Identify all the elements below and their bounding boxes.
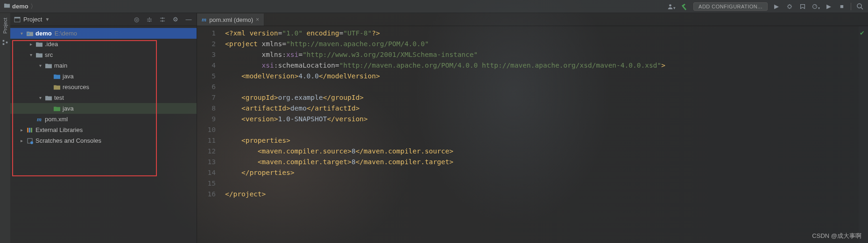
tree-label: src	[45, 51, 53, 58]
chevron-right-icon: ▸	[19, 127, 24, 132]
tree-label: main	[54, 62, 67, 69]
run-icon[interactable]: ▶	[772, 2, 781, 11]
project-view-selector[interactable]: Project ▼	[14, 16, 49, 23]
line-number: 13	[197, 157, 216, 167]
tree-label: resources	[63, 83, 89, 90]
structure-tool-icon[interactable]	[2, 39, 8, 47]
tab-label: pom.xml (demo)	[209, 16, 253, 23]
search-icon[interactable]	[856, 2, 864, 11]
tree-label: java	[63, 73, 74, 80]
editor-area: m pom.xml (demo) × 1 2 3 4 5 6 7 8 9 10 …	[197, 13, 868, 243]
tree-node-test[interactable]: ▾ test	[10, 92, 197, 103]
scratches-icon	[26, 138, 34, 144]
top-navigation-bar: demo 〉 ▾ ADD CONFIGURATION... ▶ ▾ ▶ ■	[0, 0, 868, 13]
breadcrumb[interactable]: demo 〉	[4, 2, 36, 11]
svg-rect-6	[6, 42, 8, 44]
line-number: 5	[197, 71, 216, 82]
svg-rect-4	[3, 40, 5, 42]
user-icon[interactable]: ▾	[667, 2, 676, 11]
close-icon[interactable]: ×	[256, 16, 259, 23]
maven-file-icon: m	[202, 16, 206, 23]
line-number: 12	[197, 146, 216, 157]
locate-icon[interactable]: ◎	[132, 15, 141, 24]
line-number: 8	[197, 103, 216, 114]
line-number: 16	[197, 189, 216, 200]
line-number: 9	[197, 114, 216, 125]
tree-node-java-test[interactable]: java	[10, 103, 197, 114]
resources-folder-icon	[53, 84, 61, 90]
svg-point-3	[857, 4, 861, 8]
line-number: 15	[197, 178, 216, 189]
expand-all-icon[interactable]	[145, 15, 154, 24]
tree-node-pom[interactable]: m pom.xml	[10, 114, 197, 125]
code-content[interactable]: <?xml version="1.0" encoding="UTF-8"?><p…	[220, 26, 859, 243]
tree-label: pom.xml	[45, 116, 68, 123]
hammer-build-icon[interactable]	[680, 2, 689, 11]
tree-root-demo[interactable]: ▾ demo E:\demo	[10, 28, 197, 39]
chevron-right-icon: 〉	[30, 2, 36, 11]
collapse-all-icon[interactable]	[158, 15, 167, 24]
tree-node-resources[interactable]: resources	[10, 82, 197, 92]
line-number-gutter: 1 2 3 4 5 6 7 8 9 10 11 12 13 14 15 16	[197, 26, 220, 243]
editor-inspection-gutter[interactable]: ✔	[859, 26, 868, 243]
tree-node-scratches[interactable]: ▸ Scratches and Consoles	[10, 135, 197, 146]
tree-label: Scratches and Consoles	[35, 137, 101, 144]
line-number: 14	[197, 167, 216, 178]
folder-icon	[45, 63, 52, 69]
svg-rect-5	[3, 43, 5, 45]
tree-label: test	[54, 94, 64, 101]
watermark-text: CSDN @成大事啊	[812, 232, 861, 240]
tree-node-external-libraries[interactable]: ▸ External Libraries	[10, 125, 197, 135]
tree-label: java	[63, 105, 74, 112]
tree-node-java-main[interactable]: java	[10, 71, 197, 82]
gear-icon[interactable]: ⚙	[171, 15, 180, 24]
chevron-down-icon: ▾	[37, 95, 43, 100]
separator	[851, 3, 851, 10]
project-tool-button[interactable]: Project	[2, 16, 8, 35]
rerun-icon[interactable]: ▶	[825, 2, 833, 11]
breadcrumb-project: demo	[12, 3, 28, 10]
hide-icon[interactable]: —	[184, 15, 193, 24]
svg-point-14	[30, 141, 33, 144]
line-number: 2	[197, 39, 216, 49]
line-number: 7	[197, 92, 216, 103]
project-panel-title: Project	[23, 16, 42, 23]
svg-point-0	[669, 4, 671, 7]
line-number: 4	[197, 60, 216, 71]
tree-node-main[interactable]: ▾ main	[10, 60, 197, 71]
svg-rect-8	[14, 17, 20, 18]
code-editor[interactable]: 1 2 3 4 5 6 7 8 9 10 11 12 13 14 15 16 <…	[197, 26, 868, 243]
line-number: 10	[197, 125, 216, 135]
maven-file-icon: m	[35, 116, 43, 123]
line-number: 6	[197, 82, 216, 92]
toolbar-right: ▾ ADD CONFIGURATION... ▶ ▾ ▶ ■	[667, 2, 864, 11]
check-ok-icon: ✔	[860, 29, 864, 36]
svg-rect-11	[29, 128, 30, 132]
run-configuration-selector[interactable]: ADD CONFIGURATION...	[693, 2, 768, 11]
tree-node-src[interactable]: ▾ src	[10, 49, 197, 60]
profile-icon[interactable]: ▾	[812, 2, 820, 11]
project-panel-header: Project ▼ ◎ ⚙ —	[10, 13, 197, 26]
line-number: 11	[197, 135, 216, 146]
stop-icon[interactable]: ■	[838, 2, 846, 11]
editor-tabs: m pom.xml (demo) ×	[197, 13, 868, 26]
debug-icon[interactable]	[785, 2, 794, 11]
chevron-down-icon: ▾	[28, 52, 34, 57]
chevron-right-icon: ▸	[19, 138, 24, 143]
chevron-down-icon: ▾	[37, 63, 43, 68]
test-folder-icon	[53, 106, 61, 111]
module-folder-icon	[26, 31, 34, 36]
project-folder-icon	[4, 2, 10, 10]
tab-pom-xml[interactable]: m pom.xml (demo) ×	[197, 14, 264, 26]
chevron-down-icon: ▼	[45, 17, 49, 22]
coverage-icon[interactable]	[798, 2, 807, 11]
project-panel: Project ▼ ◎ ⚙ — ▾ demo E:\demo ▸	[10, 13, 197, 243]
left-tool-window-bar: Project	[0, 13, 10, 243]
chevron-down-icon: ▾	[19, 31, 24, 36]
tree-label: .idea	[45, 41, 58, 48]
svg-rect-10	[27, 128, 28, 132]
folder-icon	[35, 52, 43, 58]
svg-point-1	[788, 5, 791, 8]
line-number: 1	[197, 28, 216, 39]
tree-node-idea[interactable]: ▸ .idea	[10, 39, 197, 49]
